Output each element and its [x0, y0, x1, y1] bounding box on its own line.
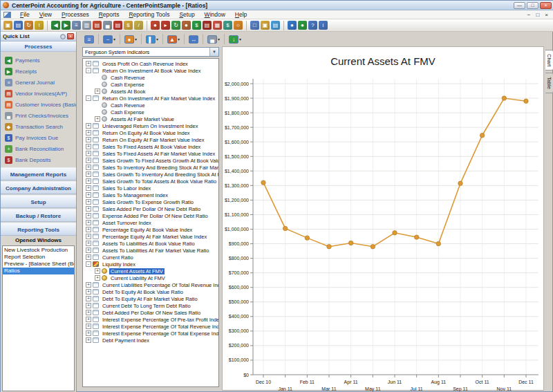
expand-icon[interactable]: + [86, 213, 91, 218]
vendors-icon[interactable]: ▸ [161, 21, 170, 30]
menu-setup[interactable]: Setup [174, 10, 199, 19]
tree-item-interest-expense-percentage-of-total-revenue-inde[interactable]: +Interest Expense Percentage Of Total Re… [84, 323, 218, 330]
mdi-restore-button[interactable]: □ [533, 12, 542, 18]
receipts-icon[interactable]: ▶ [62, 21, 71, 30]
tree-item-current-liabilities-percentage-of-total-revenue-inde[interactable]: +Current Liabilities Percentage Of Total… [84, 281, 218, 288]
tree-item-sales-to-labor-index[interactable]: +Sales To Labor Index [84, 185, 218, 192]
cash-money-icon[interactable]: $ [223, 21, 232, 30]
expand-icon[interactable]: + [86, 199, 91, 205]
web-globe-icon[interactable]: ● [288, 21, 297, 30]
expand-icon[interactable]: + [86, 192, 91, 198]
chevron-down-icon[interactable]: ▼ [209, 48, 218, 56]
tree-item-assets-at-book[interactable]: +Assets At Book [84, 88, 218, 95]
fit-to-window-button[interactable]: ↔ [187, 33, 200, 45]
menu-processes[interactable]: Processes [57, 10, 94, 19]
expand-icon[interactable]: + [86, 151, 91, 156]
tree-item-assets-to-liabilities-at-fair-market-value-ratio[interactable]: +Assets To Liabilities At Fair Market Va… [84, 247, 218, 254]
tree-item-percentage-equity-at-fair-market-value-index[interactable]: +Percentage Equity At Fair Market Value … [84, 233, 218, 240]
pie-chart-button[interactable]: ●▾ [122, 33, 139, 45]
expand-icon[interactable]: + [86, 296, 91, 301]
expand-icon[interactable]: + [86, 317, 91, 322]
tree-item-asset-turnover-index[interactable]: +Asset Turnover Index [84, 219, 218, 226]
expand-icon[interactable]: + [95, 268, 100, 274]
menu-help[interactable]: Help [230, 10, 252, 19]
tab-chart[interactable]: Chart [545, 50, 553, 71]
accounts-book-icon[interactable]: ▤ [203, 21, 212, 30]
line-chart-button[interactable]: ~▾ [101, 33, 118, 45]
payments-icon[interactable]: ◀ [51, 21, 60, 30]
tree-item-percentage-equity-at-book-value-index[interactable]: +Percentage Equity At Book Value Index [84, 226, 218, 233]
expand-icon[interactable]: + [86, 337, 91, 343]
legend-options-button[interactable]: ≡ [82, 33, 96, 45]
restore-button[interactable]: □ [527, 2, 538, 9]
menu-view[interactable]: View [35, 10, 57, 19]
tree-item-debt-to-equity-at-fair-market-value-ratio[interactable]: +Debt To Equity At Fair Market Value Rat… [84, 295, 218, 302]
expand-icon[interactable]: + [86, 324, 91, 329]
tree-item-assets-at-fair-market-value[interactable]: +Assets At Fair Market Value [84, 115, 218, 122]
expand-icon[interactable]: + [86, 248, 91, 253]
expand-icon[interactable]: + [86, 220, 91, 225]
print-checks-icon[interactable]: ▄ [103, 21, 112, 30]
tree-item-cash-expense[interactable]: Cash Expense [84, 109, 218, 115]
bar-chart-button[interactable]: ▌▾ [144, 33, 160, 45]
tree-item-cash-revenue[interactable]: Cash Revenue [84, 74, 218, 81]
tree-item-assets-to-liabilities-at-book-value-ratio[interactable]: +Assets To Liabilities At Book Value Rat… [84, 240, 218, 247]
indicator-set-combobox[interactable]: Ferguson System Indicators ▼ [82, 47, 219, 57]
sidebar-item-bank-reconciliation[interactable]: +Bank Reconciliation [5, 143, 76, 154]
expand-icon[interactable]: + [95, 88, 100, 94]
expand-icon[interactable]: + [86, 171, 91, 177]
sidebar-item-vendor-invoices-a-p[interactable]: ▤Vendor Invoices(A/P) [5, 88, 76, 99]
pay-invoices-icon[interactable]: $ [124, 21, 133, 30]
tree-item-cash-expense[interactable]: Cash Expense [84, 81, 218, 88]
menu-window[interactable]: Window [200, 10, 230, 19]
expand-icon[interactable]: + [86, 289, 91, 295]
menu-reports[interactable]: Reports [94, 10, 124, 19]
expand-icon[interactable]: + [86, 310, 91, 315]
expand-icon[interactable]: + [86, 241, 91, 246]
calendar-icon[interactable]: ▦ [213, 21, 222, 30]
mdi-minimize-button[interactable]: − [525, 12, 534, 18]
tree-item-current-debt-to-long-term-debt-ratio[interactable]: +Current Debt To Long Term Debt Ratio [84, 302, 218, 309]
restore-data-icon[interactable]: ↻ [24, 21, 33, 30]
mdi-close-button[interactable]: × [542, 12, 551, 18]
open-folder-icon[interactable]: ▣ [3, 21, 12, 30]
tree-item-unleveraged-return-on-investment-index[interactable]: +Unleveraged Return On Investment Index [84, 122, 218, 129]
minimize-button[interactable]: — [514, 2, 525, 9]
copy-transaction-icon[interactable]: ▥ [82, 21, 91, 30]
tree-item-current-assets-at-fmv[interactable]: +Current Assets At FMV [84, 268, 218, 274]
refunds-icon[interactable]: ↻ [171, 21, 180, 30]
tree-item-sales-growth-to-expense-growth-ratio[interactable]: +Sales Growth To Expense Growth Ratio [84, 198, 218, 205]
sidebar-item-general-journal[interactable]: ≡General Journal [5, 77, 76, 88]
edit-pencil-icon[interactable]: / [134, 21, 143, 30]
sidebar-section-reporting-tools[interactable]: Reporting Tools [1, 223, 76, 236]
reminders-clock-icon[interactable]: ○ [234, 21, 243, 30]
about-info-icon[interactable]: i [319, 21, 328, 30]
tree-item-sales-growth-to-fixed-assets-growth-at-book-value[interactable]: +Sales Growth To Fixed Assets Growth At … [84, 157, 218, 164]
tree-item-current-ratio[interactable]: +Current Ratio [84, 254, 218, 261]
sidebar-section-company-administration[interactable]: Company Administration [1, 181, 76, 194]
expand-icon[interactable]: + [86, 178, 91, 184]
expand-icon[interactable]: + [86, 206, 91, 212]
customer-invoice-icon[interactable]: ▤ [113, 21, 122, 30]
backup-icon[interactable]: ▤ [14, 21, 23, 30]
sidebar-item-receipts[interactable]: ▶Receipts [5, 66, 76, 77]
expand-icon[interactable]: + [86, 165, 91, 170]
opened-window-new-livestock-production[interactable]: New Livestock Production [3, 247, 74, 254]
tree-item-debt-to-equity-at-book-value-ratio[interactable]: +Debt To Equity At Book Value Ratio [84, 288, 218, 295]
window-list-icon[interactable]: ▤ [271, 21, 280, 30]
sidebar-item-transaction-search[interactable]: ◆Transaction Search [5, 121, 76, 132]
customers-icon[interactable]: ● [151, 21, 160, 30]
tree-item-sales-growth-to-total-assets-at-book-value-ratio[interactable]: +Sales Growth To Total Assets At Book Va… [84, 178, 218, 185]
collapse-icon[interactable]: - [86, 261, 91, 267]
menu-reporting-tools[interactable]: Reporting Tools [124, 10, 174, 19]
expand-icon[interactable]: + [86, 137, 91, 142]
tree-item-debt-payment-index[interactable]: +Debt Payment Index [84, 337, 218, 344]
close-button[interactable]: × [540, 2, 552, 9]
tree-item-debt-added-per-dollar-of-new-sales-ratio[interactable]: +Debt Added Per Dollar Of New Sales Rati… [84, 309, 218, 316]
quick-list-close-icon[interactable]: × [67, 33, 74, 39]
tree-item-sales-to-management-index[interactable]: +Sales To Management Index [84, 192, 218, 198]
tree-item-sales-to-inventory-and-breeding-stock-at-fair-marke[interactable]: +Sales To Inventory And Breeding Stock A… [84, 164, 218, 171]
pin-icon[interactable] [60, 34, 66, 39]
sidebar-item-customer-invoices-basic[interactable]: ▤Customer Invoices (Basic) [5, 99, 76, 110]
window-cascade-icon[interactable]: ▣ [261, 21, 270, 30]
